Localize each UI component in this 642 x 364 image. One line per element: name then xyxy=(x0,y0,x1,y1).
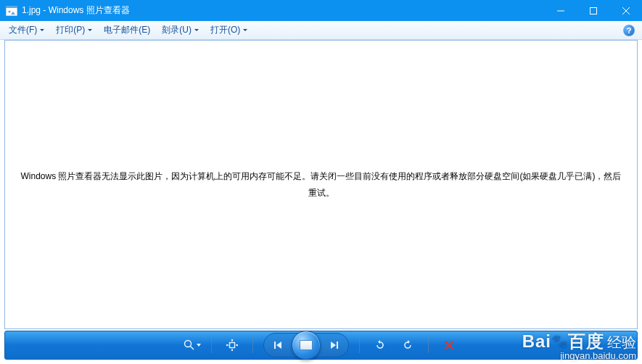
svg-rect-1 xyxy=(6,6,17,8)
menu-email[interactable]: 电子邮件(E) xyxy=(98,21,156,39)
svg-rect-6 xyxy=(274,342,276,349)
delete-button[interactable] xyxy=(439,336,459,355)
fit-button[interactable] xyxy=(222,336,242,355)
menu-label: 刻录(U) xyxy=(162,24,192,36)
nav-group xyxy=(263,333,349,357)
menubar: 文件(F) 打印(P) 电子邮件(E) 刻录(U) 打开(O) ? xyxy=(0,21,642,40)
help-button[interactable]: ? xyxy=(623,25,635,36)
divider xyxy=(252,337,253,353)
chevron-down-icon xyxy=(197,344,201,347)
divider xyxy=(359,337,360,353)
rotate-ccw-button[interactable] xyxy=(370,336,390,355)
menu-label: 打印(P) xyxy=(56,24,85,36)
dropdown-arrow-icon xyxy=(40,29,44,31)
dropdown-arrow-icon xyxy=(88,29,92,31)
svg-point-4 xyxy=(184,341,191,347)
maximize-button[interactable] xyxy=(577,0,609,21)
menu-open[interactable]: 打开(O) xyxy=(205,21,253,39)
menu-label: 文件(F) xyxy=(9,24,37,36)
close-button[interactable] xyxy=(609,0,642,21)
svg-point-2 xyxy=(9,10,11,12)
svg-rect-3 xyxy=(590,7,596,14)
menu-label: 打开(O) xyxy=(210,24,240,36)
app-icon xyxy=(6,6,17,16)
divider xyxy=(211,337,212,353)
help-icon-glyph: ? xyxy=(627,26,632,35)
svg-rect-5 xyxy=(229,343,234,348)
previous-button[interactable] xyxy=(266,335,290,355)
rotate-cw-button[interactable] xyxy=(398,336,418,355)
menu-burn[interactable]: 刻录(U) xyxy=(156,21,205,39)
minimize-button[interactable] xyxy=(544,0,577,21)
window-title: 1.jpg - Windows 照片查看器 xyxy=(22,4,130,17)
dropdown-arrow-icon xyxy=(194,29,199,31)
menu-label: 电子邮件(E) xyxy=(104,24,150,36)
svg-rect-7 xyxy=(337,342,338,349)
menu-print[interactable]: 打印(P) xyxy=(50,21,98,39)
dropdown-arrow-icon xyxy=(243,29,247,31)
error-message: Windows 照片查看器无法显示此图片，因为计算机上的可用内存可能不足。请关闭… xyxy=(20,168,622,202)
divider xyxy=(428,337,429,353)
zoom-button[interactable] xyxy=(184,336,201,355)
menu-file[interactable]: 文件(F) xyxy=(3,21,50,39)
slideshow-icon xyxy=(300,340,313,350)
content-area: Windows 照片查看器无法显示此图片，因为计算机上的可用内存可能不足。请关闭… xyxy=(4,40,638,329)
next-button[interactable] xyxy=(322,335,347,355)
titlebar: 1.jpg - Windows 照片查看器 xyxy=(0,0,642,21)
toolbar xyxy=(4,331,638,360)
slideshow-button[interactable] xyxy=(292,331,321,360)
